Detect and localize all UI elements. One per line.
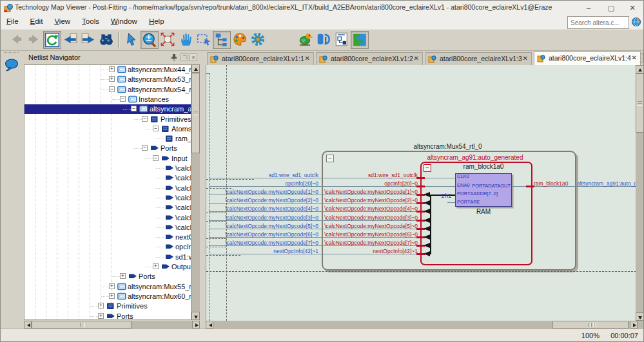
refresh-button[interactable] xyxy=(43,31,61,49)
globe-icon[interactable] xyxy=(631,17,641,30)
collapse-outer-icon[interactable]: − xyxy=(326,155,334,162)
tree-row[interactable]: −Atoms xyxy=(24,124,191,134)
expand-icon[interactable]: + xyxy=(109,283,115,289)
expand-icon[interactable]: + xyxy=(109,66,115,72)
tree-row[interactable]: +altsyncram:Mux60_rtl_ xyxy=(24,292,191,301)
nav-back-button[interactable] xyxy=(7,31,25,49)
menu-view[interactable]: View xyxy=(48,15,76,27)
swap-button[interactable] xyxy=(351,31,369,49)
drag-handle[interactable] xyxy=(5,52,19,55)
menu-help[interactable]: Help xyxy=(143,15,170,27)
tree-row[interactable]: \calcN xyxy=(24,213,191,223)
scroll-down-icon[interactable] xyxy=(191,312,200,320)
search-input[interactable] xyxy=(567,16,629,29)
minimize-button[interactable]: – xyxy=(579,2,598,14)
tree-row[interactable]: \calcN xyxy=(24,193,191,203)
collapse-icon[interactable]: − xyxy=(142,145,148,151)
prev-page-button[interactable] xyxy=(61,31,79,49)
schematic-canvas[interactable]: altsyncram:Mux54_rtl_0 − altsyncram_ag91… xyxy=(206,65,636,321)
tree-row[interactable]: −Ports xyxy=(24,144,191,153)
collapse-icon[interactable]: − xyxy=(153,126,159,131)
close-tab-icon[interactable]: ✕ xyxy=(305,55,310,62)
menu-window[interactable]: Window xyxy=(105,15,143,27)
rubberband-button[interactable] xyxy=(195,31,213,49)
scroll-up-icon[interactable] xyxy=(191,64,200,73)
scroll-right-icon[interactable] xyxy=(192,321,200,328)
tree-row[interactable]: opcInf xyxy=(24,242,191,252)
float-panel-button[interactable]: ❐ xyxy=(181,53,188,61)
collapse-icon[interactable]: − xyxy=(120,96,126,102)
find-button[interactable] xyxy=(97,31,115,49)
expand-icon[interactable]: + xyxy=(109,293,115,299)
tab-atari800core_eclaireXLv1:1[interactable]: atari800core_eclaireXLv1:1✕ xyxy=(207,52,314,65)
compare-button[interactable] xyxy=(315,31,333,49)
tree-row[interactable]: −Input xyxy=(24,154,191,164)
maximize-button[interactable]: ▢ xyxy=(601,2,621,14)
expand-icon[interactable]: + xyxy=(98,313,104,319)
close-tab-icon[interactable]: ✕ xyxy=(523,55,528,62)
zoom-button[interactable] xyxy=(141,31,159,49)
expand-icon[interactable]: + xyxy=(109,76,115,82)
tab-atari800core_eclaireXLv1:3[interactable]: atari800core_eclaireXLv1:3✕ xyxy=(425,52,532,65)
collapse-icon[interactable]: − xyxy=(153,155,159,161)
tree-row[interactable]: +altsyncram:Mux53_rtl_ xyxy=(24,75,191,84)
expand-icon[interactable]: + xyxy=(98,303,104,309)
close-button[interactable]: ✕ xyxy=(623,2,642,14)
tree-row[interactable]: +Primitives xyxy=(24,301,191,311)
tree-row[interactable]: −Primitives xyxy=(24,115,191,124)
tree-row[interactable]: \calcN xyxy=(24,223,191,233)
menu-edit[interactable]: Edit xyxy=(24,15,49,27)
close-panel-button[interactable]: ✕ xyxy=(190,53,197,61)
bird-button[interactable] xyxy=(297,31,315,49)
tree-row[interactable]: −altsyncram:Mux54_rtl_ xyxy=(24,85,191,95)
next-page-button[interactable] xyxy=(79,31,97,49)
tree-row[interactable]: \calcN xyxy=(24,164,191,173)
tree-vertical-scrollbar[interactable] xyxy=(191,64,200,320)
canvas-horizontal-scrollbar[interactable] xyxy=(206,321,644,328)
tree-row[interactable]: +altsyncram:Mux44_rtl_ xyxy=(24,65,191,75)
collapse-inner-icon[interactable]: − xyxy=(424,164,431,172)
panel-splitter[interactable] xyxy=(200,51,206,328)
expand-icon[interactable]: + xyxy=(120,273,126,279)
tree-row[interactable]: +Ports xyxy=(24,312,191,320)
tree-row[interactable]: \calcN xyxy=(24,203,191,213)
tree-row[interactable]: +Output xyxy=(24,262,191,272)
canvas-vscroll-thumb[interactable] xyxy=(636,73,644,133)
comment-bubble-icon[interactable] xyxy=(3,57,20,77)
tree-vscroll-thumb[interactable] xyxy=(191,73,200,153)
scroll-down-icon[interactable] xyxy=(636,312,644,321)
tree-row[interactable]: ram_b xyxy=(24,134,191,144)
tree-row[interactable]: \calcN xyxy=(24,173,191,183)
select-cursor-button[interactable] xyxy=(122,31,141,49)
tree-row[interactable]: nextO xyxy=(24,233,191,242)
scroll-right-icon[interactable] xyxy=(630,321,638,328)
tab-atari800core_eclaireXLv1:4[interactable]: atari800core_eclaireXLv1:4✕ xyxy=(534,52,641,65)
netlist-page-button[interactable] xyxy=(333,31,351,49)
pan-hand-button[interactable] xyxy=(177,31,195,49)
expand-icon[interactable]: + xyxy=(153,263,159,269)
tree-row[interactable]: \calcN xyxy=(24,184,191,193)
collapse-icon[interactable]: − xyxy=(131,106,137,111)
collapse-icon[interactable]: − xyxy=(109,86,115,92)
settings-gear-button[interactable] xyxy=(249,31,267,49)
canvas-hscroll-thumb[interactable] xyxy=(552,321,629,328)
canvas-vertical-scrollbar[interactable] xyxy=(636,65,644,321)
scroll-up-icon[interactable] xyxy=(636,65,644,73)
tree-row[interactable]: −altsyncram_ag9 xyxy=(24,104,191,114)
close-tab-icon[interactable]: ✕ xyxy=(414,55,419,62)
tree-hscroll-thumb[interactable] xyxy=(32,321,132,328)
menu-file[interactable]: File xyxy=(1,15,24,27)
tree-row[interactable]: +altsyncram:Mux55_rtl_ xyxy=(24,282,191,292)
hierarchy-button[interactable] xyxy=(213,31,231,49)
scroll-left-icon[interactable] xyxy=(206,321,213,328)
tree-horizontal-scrollbar[interactable] xyxy=(24,321,200,328)
collapse-icon[interactable]: − xyxy=(142,116,148,122)
fit-view-button[interactable] xyxy=(159,31,177,49)
tab-atari800core_eclaireXLv1:2[interactable]: atari800core_eclaireXLv1:2✕ xyxy=(316,52,423,65)
tree-row[interactable]: +Ports xyxy=(24,272,191,281)
nav-forward-button[interactable] xyxy=(25,31,43,49)
pin-icon[interactable] xyxy=(170,53,178,61)
tree-row[interactable]: sd1:w xyxy=(24,252,191,262)
palette-button[interactable] xyxy=(231,31,249,49)
close-tab-icon[interactable]: ✕ xyxy=(632,54,637,61)
